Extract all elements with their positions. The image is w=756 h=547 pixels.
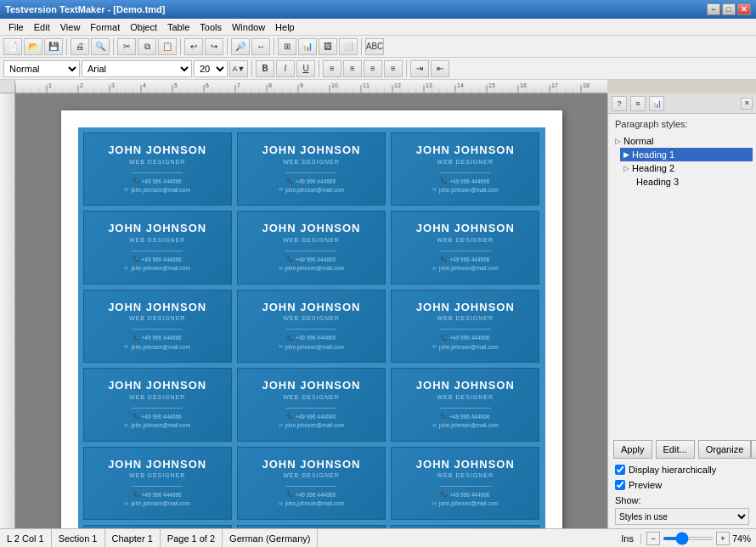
card-info: 📞+49 996 444666 ✉john.johnson@mail.com xyxy=(432,256,498,274)
cut-button[interactable]: ✂ xyxy=(117,38,136,55)
card-info: 📞+49 996 444666 ✉john.johnson@mail.com xyxy=(279,491,344,509)
menu-file[interactable]: File xyxy=(3,20,29,34)
align-left-button[interactable]: ≡ xyxy=(323,60,341,77)
align-right-button[interactable]: ≡ xyxy=(364,60,382,77)
ruler-area: 123456789101112131415161718 xyxy=(0,80,756,93)
svg-text:8: 8 xyxy=(268,82,272,88)
panel-close-button[interactable]: ✕ xyxy=(741,98,753,110)
tree-item-heading3[interactable]: Heading 3 xyxy=(630,175,753,189)
card-title: WEB DESIGNER xyxy=(437,394,494,400)
sep8 xyxy=(319,60,319,77)
status-bar: L 2 Col 1 Section 1 Chapter 1 Page 1 of … xyxy=(0,528,756,547)
object-button[interactable]: ⬜ xyxy=(339,38,358,55)
panel-action-buttons: Apply Edit... Organize ▼ xyxy=(608,437,756,462)
ruler-svg: 123456789101112131415161718 xyxy=(15,80,607,93)
menu-window[interactable]: Window xyxy=(227,20,270,34)
open-button[interactable]: 📂 xyxy=(24,38,42,55)
maximize-button[interactable]: □ xyxy=(722,3,736,15)
display-hierarchically-checkbox[interactable] xyxy=(615,465,625,475)
menu-tools[interactable]: Tools xyxy=(195,20,227,34)
panel-icon2[interactable]: ≡ xyxy=(630,96,646,111)
image-button[interactable]: 🖼 xyxy=(319,38,337,55)
align-center-button[interactable]: ≡ xyxy=(343,60,362,77)
paragraph-style-select[interactable]: Normal xyxy=(3,60,80,77)
undo-button[interactable]: ↩ xyxy=(184,38,203,55)
card-info: 📞+49 996 444666 ✉john.johnson@mail.com xyxy=(432,413,498,431)
card-title: WEB DESIGNER xyxy=(129,237,185,243)
tree-item-heading2[interactable]: ▷ Heading 2 xyxy=(620,161,753,175)
underline-button[interactable]: U xyxy=(296,60,315,77)
apply-button[interactable]: Apply xyxy=(613,440,652,459)
card-title: WEB DESIGNER xyxy=(283,159,339,165)
card-title: WEB DESIGNER xyxy=(283,315,339,321)
replace-button[interactable]: ↔ xyxy=(251,38,270,55)
sep7 xyxy=(251,60,252,77)
svg-text:6: 6 xyxy=(206,82,209,88)
save-button[interactable]: 💾 xyxy=(44,38,63,55)
organize-button[interactable]: Organize xyxy=(698,440,752,459)
zoom-slider[interactable] xyxy=(663,537,714,540)
menu-edit[interactable]: Edit xyxy=(29,20,55,34)
italic-button[interactable]: I xyxy=(276,60,295,77)
menu-object[interactable]: Object xyxy=(125,20,162,34)
panel-icon1[interactable]: ? xyxy=(612,96,627,111)
paste-button[interactable]: 📋 xyxy=(158,38,177,55)
card-divider xyxy=(132,329,183,330)
find-button[interactable]: 🔎 xyxy=(231,38,250,55)
document-page: JOHN JOHNSON WEB DESIGNER 📞+49 996 44466… xyxy=(61,110,562,528)
print-button[interactable]: 🖨 xyxy=(71,38,89,55)
show-styles-select[interactable]: Styles in use xyxy=(615,508,749,525)
zoom-out-button[interactable]: − xyxy=(646,532,660,545)
vruler-svg xyxy=(0,93,15,518)
menu-format[interactable]: Format xyxy=(85,20,125,34)
organize-dropdown-button[interactable]: ▼ xyxy=(751,440,756,459)
document-area[interactable]: JOHN JOHNSON WEB DESIGNER 📞+49 996 44466… xyxy=(15,93,607,528)
card-name: JOHN JOHNSON xyxy=(108,301,206,314)
status-position: L 2 Col 1 xyxy=(0,529,52,547)
status-page: Page 1 of 2 xyxy=(161,529,223,547)
indent-button[interactable]: ⇥ xyxy=(410,60,429,77)
card-name: JOHN JOHNSON xyxy=(416,301,515,314)
outdent-button[interactable]: ⇤ xyxy=(431,60,449,77)
business-card: JOHN JOHNSON WEB DESIGNER 📞+49 996 44466… xyxy=(237,133,386,206)
menu-help[interactable]: Help xyxy=(270,20,300,34)
text-color-button[interactable]: A▼ xyxy=(229,60,248,77)
tree-label-normal: Normal xyxy=(623,136,653,146)
font-size-select[interactable]: 20 xyxy=(194,60,228,77)
font-select[interactable]: Arial xyxy=(82,60,192,77)
new-button[interactable]: 📄 xyxy=(3,38,22,55)
tree-item-normal[interactable]: ▷ Normal xyxy=(612,134,753,148)
svg-text:14: 14 xyxy=(457,82,464,88)
business-card: JOHN JOHNSON WEB DESIGNER 📞+49 996 44466… xyxy=(237,211,386,284)
zoom-in-button[interactable]: + xyxy=(716,532,730,545)
close-button[interactable]: ✕ xyxy=(737,3,751,15)
card-divider xyxy=(132,486,183,487)
minimize-button[interactable]: − xyxy=(707,3,720,15)
business-card: JOHN JOHNSON WEB DESIGNER 📞+49 996 44466… xyxy=(83,133,232,206)
bold-button[interactable]: B xyxy=(256,60,274,77)
card-divider xyxy=(132,172,183,173)
tree-item-heading1[interactable]: ▶ Heading 1 xyxy=(620,148,753,161)
redo-button[interactable]: ↪ xyxy=(205,38,223,55)
show-styles-option: Show: xyxy=(608,493,756,508)
card-divider xyxy=(440,486,491,487)
panel-icon3[interactable]: 📊 xyxy=(649,96,664,111)
horizontal-ruler: 123456789101112131415161718 xyxy=(15,80,607,93)
menu-table[interactable]: Table xyxy=(162,20,195,34)
edit-button[interactable]: Edit... xyxy=(656,440,695,459)
table-button[interactable]: ⊞ xyxy=(278,38,296,55)
card-info: 📞+49 996 444666 ✉john.johnson@mail.com xyxy=(124,178,189,195)
svg-text:3: 3 xyxy=(111,82,115,88)
justify-button[interactable]: ≡ xyxy=(384,60,403,77)
card-info: 📞+49 996 444666 ✉john.johnson@mail.com xyxy=(124,256,189,274)
menu-view[interactable]: View xyxy=(55,20,86,34)
business-card: JOHN JOHNSON WEB DESIGNER 📞+49 996 44466… xyxy=(391,447,539,520)
copy-button[interactable]: ⧉ xyxy=(138,38,156,55)
card-title: WEB DESIGNER xyxy=(283,394,339,400)
spell-button[interactable]: ABC xyxy=(365,38,384,55)
business-card: JOHN JOHNSON WEB DESIGNER 📞+49 996 44466… xyxy=(391,368,539,441)
print-preview-button[interactable]: 🔍 xyxy=(91,38,110,55)
chart-button[interactable]: 📊 xyxy=(298,38,317,55)
preview-checkbox[interactable] xyxy=(615,480,625,490)
business-card: JOHN JOHNSON WEB DESIGNER 📞+49 996 44466… xyxy=(391,211,539,284)
